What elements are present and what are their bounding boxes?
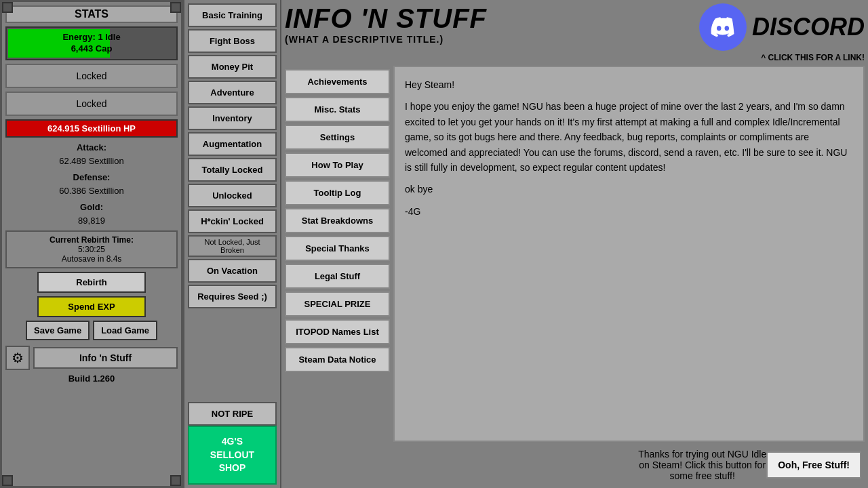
bottom-info-bar: Thanks for trying out NGU Idle on Steam!… <box>285 445 865 485</box>
info-n-stuff-button[interactable]: Info 'n Stuff <box>33 347 178 369</box>
itopod-names-button[interactable]: ITOPOD Names List <box>285 319 390 344</box>
save-game-button[interactable]: Save Game <box>26 321 90 340</box>
misc-stats-button[interactable]: Misc. Stats <box>285 97 390 122</box>
corner-decoration <box>2 475 13 486</box>
main-content-area: Hey Steam! I hope you enjoy the game! NG… <box>393 66 865 442</box>
achievements-button[interactable]: Achievements <box>285 69 390 94</box>
discord-text: DISCORD <box>752 13 865 41</box>
info-buttons-column: Achievements Misc. Stats Settings How To… <box>285 66 390 442</box>
steam-data-notice-button[interactable]: Steam Data Notice <box>285 347 390 372</box>
nav-not-locked[interactable]: Not Locked, Just Broken <box>188 235 277 257</box>
locked-box-2: Locked <box>5 92 178 116</box>
nav-hckin-locked[interactable]: H*ckin' Locked <box>188 209 277 233</box>
bottom-message: Thanks for trying out NGU Idle on Steam!… <box>638 449 766 481</box>
nav-augmentation[interactable]: Augmentation <box>188 132 277 156</box>
nav-basic-training[interactable]: Basic Training <box>188 3 277 27</box>
stat-breakdowns-button[interactable]: Stat Breakdowns <box>285 208 390 233</box>
rebirth-button[interactable]: Rebirth <box>37 272 146 293</box>
stats-title: STATS <box>5 5 178 23</box>
greeting-text: Hey Steam! <box>405 77 853 92</box>
energy-bar: Energy: 1 Idle 6,443 Cap <box>5 26 178 60</box>
version-text: -4G <box>405 204 853 219</box>
stats-panel: STATS Energy: 1 Idle 6,443 Cap Locked Lo… <box>0 0 183 488</box>
nav-panel: Basic Training Fight Boss Money Pit Adve… <box>183 0 281 488</box>
special-prize-button[interactable]: SPECIAL PRIZE <box>285 291 390 317</box>
nav-unlocked[interactable]: Unlocked <box>188 184 277 207</box>
bottom-bar: ⚙ Info 'n Stuff <box>5 346 178 370</box>
corner-decoration <box>170 475 181 486</box>
discord-link[interactable]: DISCORD ^ CLICK THIS FOR A LINK! <box>699 3 865 62</box>
defense-stat: Defense: 60.386 Sextillion <box>5 171 178 197</box>
nav-inventory[interactable]: Inventory <box>188 106 277 130</box>
special-thanks-button[interactable]: Special Thanks <box>285 236 390 261</box>
attack-stat: Attack: 62.489 Sextillion <box>5 141 178 167</box>
ok-bye-text: ok bye <box>405 182 853 197</box>
info-header: INFO 'N STUFF (WHAT A DESCRIPTIVE TITLE.… <box>285 3 865 62</box>
nav-sellout-shop[interactable]: 4G'S SELLOUT SHOP <box>188 426 277 485</box>
nav-money-pit[interactable]: Money Pit <box>188 55 277 79</box>
rebirth-section: Current Rebirth Time: 5:30:25 Autosave i… <box>5 230 178 268</box>
nav-not-ripe[interactable]: NOT RIPE <box>188 402 277 426</box>
main-paragraph: I hope you enjoy the game! NGU has been … <box>405 99 853 175</box>
nav-requires-seed[interactable]: Requires Seed ;) <box>188 285 277 308</box>
save-load-row: Save Game Load Game <box>5 321 178 340</box>
legal-stuff-button[interactable]: Legal Stuff <box>285 264 390 289</box>
corner-decoration <box>2 2 13 13</box>
hp-bar: 624.915 Sextillion HP <box>5 119 178 138</box>
discord-click-text: ^ CLICK THIS FOR A LINK! <box>699 53 865 62</box>
info-title-block: INFO 'N STUFF (WHAT A DESCRIPTIVE TITLE.… <box>285 3 699 45</box>
locked-box-1: Locked <box>5 64 178 88</box>
free-stuff-button[interactable]: Ooh, Free Stuff! <box>766 451 861 479</box>
info-subtitle: (WHAT A DESCRIPTIVE TITLE.) <box>285 34 699 45</box>
settings-button[interactable]: Settings <box>285 125 390 150</box>
discord-logo-icon <box>699 3 747 51</box>
nav-on-vacation[interactable]: On Vacation <box>188 259 277 283</box>
info-panel: INFO 'N STUFF (WHAT A DESCRIPTIVE TITLE.… <box>281 0 868 488</box>
gold-stat: Gold: 89,819 <box>5 201 178 227</box>
energy-text: Energy: 1 Idle 6,443 Cap <box>62 32 120 55</box>
info-title: INFO 'N STUFF <box>285 3 699 34</box>
nav-adventure[interactable]: Adventure <box>188 81 277 104</box>
nav-fight-boss[interactable]: Fight Boss <box>188 29 277 53</box>
how-to-play-button[interactable]: How To Play <box>285 152 390 178</box>
corner-decoration <box>170 2 181 13</box>
tooltip-log-button[interactable]: Tooltip Log <box>285 180 390 205</box>
nav-totally-locked[interactable]: Totally Locked <box>188 158 277 182</box>
build-number: Build 1.260 <box>5 373 178 384</box>
spend-exp-button[interactable]: Spend EXP <box>37 296 146 317</box>
gear-icon[interactable]: ⚙ <box>5 346 30 370</box>
content-area: Achievements Misc. Stats Settings How To… <box>285 66 865 442</box>
load-game-button[interactable]: Load Game <box>93 321 157 340</box>
